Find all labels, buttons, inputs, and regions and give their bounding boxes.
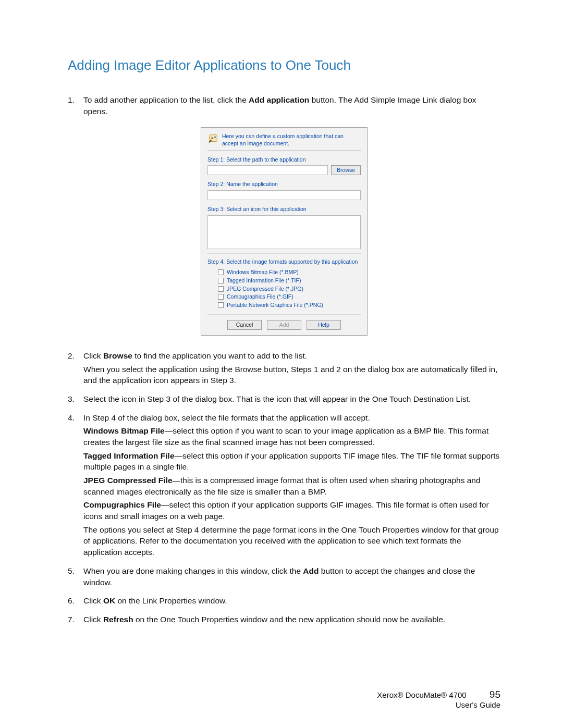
step-number: 7.	[68, 614, 83, 627]
checkbox-icon[interactable]	[218, 294, 224, 300]
format-option-bmp[interactable]: Windows Bitmap File (*.BMP)	[218, 268, 361, 276]
page-title: Adding Image Editor Applications to One …	[68, 57, 500, 73]
format-option-gif[interactable]: Compugraphics File (*.GIF)	[218, 293, 361, 301]
text: Click	[83, 351, 103, 360]
format-label: Windows Bitmap File (*.BMP)	[227, 268, 299, 276]
format-option-png[interactable]: Portable Network Graphics File (*.PNG)	[218, 301, 361, 309]
path-input[interactable]	[207, 165, 328, 175]
format-option-tif[interactable]: Tagged Information File (*.TIF)	[218, 277, 361, 285]
dialog-header: Here you can define a custom application…	[207, 133, 361, 150]
guide-name: User's Guide	[377, 700, 500, 709]
refresh-term: Refresh	[103, 615, 133, 624]
gif-term: Compugraphics File	[83, 500, 161, 509]
browse-term: Browse	[103, 351, 132, 360]
step4-label: Step 4: Select the image formats support…	[207, 258, 361, 266]
dialog-figure: Here you can define a custom application…	[68, 127, 500, 335]
step-2: 2. Click Browse to find the application …	[68, 350, 500, 388]
text: The options you select at Step 4 determi…	[83, 524, 500, 558]
page-number: 95	[489, 689, 500, 700]
text: Click	[83, 615, 103, 624]
browse-button[interactable]: Browse	[331, 165, 361, 175]
step-number: 3.	[68, 393, 83, 407]
tif-term: Tagged Information File	[83, 451, 175, 460]
checkbox-icon[interactable]	[218, 269, 224, 275]
page-footer: Xerox® DocuMate® 4700 95 User's Guide	[377, 689, 500, 709]
text: on the Link Properties window.	[115, 596, 227, 605]
text: to find the application you want to add …	[132, 351, 307, 360]
format-label: Portable Network Graphics File (*.PNG)	[227, 301, 323, 309]
ok-term: OK	[103, 596, 115, 605]
step-5: 5. When you are done making changes in t…	[68, 565, 500, 590]
painter-icon	[207, 133, 219, 144]
step-6: 6. Click OK on the Link Properties windo…	[68, 595, 500, 609]
bmp-term: Windows Bitmap File	[83, 426, 165, 435]
text: In Step 4 of the dialog box, select the …	[83, 412, 500, 424]
format-label: JPEG Compressed File (*.JPG)	[227, 285, 303, 293]
format-option-jpg[interactable]: JPEG Compressed File (*.JPG)	[218, 285, 361, 293]
step-number: 6.	[68, 595, 83, 609]
step1-label: Step 1: Select the path to the applicati…	[207, 156, 361, 164]
format-label: Compugraphics File (*.GIF)	[227, 293, 293, 301]
format-label: Tagged Information File (*.TIF)	[227, 277, 301, 285]
add-button[interactable]: Add	[267, 320, 301, 330]
product-name: Xerox® DocuMate® 4700	[377, 690, 466, 699]
text: When you are done making changes in this…	[83, 566, 303, 575]
add-term: Add	[303, 566, 319, 575]
name-input[interactable]	[207, 190, 361, 200]
jpg-term: JPEG Compressed File	[83, 476, 173, 485]
step-number: 2.	[68, 350, 83, 388]
add-application-term: Add application	[249, 95, 309, 104]
step-number: 4.	[68, 412, 83, 560]
step-4: 4. In Step 4 of the dialog box, select t…	[68, 412, 500, 560]
text: To add another application to the list, …	[83, 95, 249, 104]
text: on the One Touch Properties window and t…	[133, 615, 446, 624]
checkbox-icon[interactable]	[218, 286, 224, 292]
step-1: 1. To add another application to the lis…	[68, 94, 500, 119]
cancel-button[interactable]: Cancel	[227, 320, 262, 330]
text: When you select the application using th…	[83, 364, 500, 386]
checkbox-icon[interactable]	[218, 302, 224, 308]
step-3: 3. Select the icon in Step 3 of the dial…	[68, 393, 500, 407]
step3-label: Step 3: Select an icon for this applicat…	[207, 205, 361, 213]
step2-label: Step 2: Name the application	[207, 180, 361, 188]
step-7: 7. Click Refresh on the One Touch Proper…	[68, 614, 500, 627]
svg-point-1	[211, 137, 213, 139]
step-number: 5.	[68, 565, 83, 590]
help-button[interactable]: Help	[307, 320, 341, 330]
icon-select-box[interactable]	[207, 215, 361, 249]
checkbox-icon[interactable]	[218, 278, 224, 283]
add-image-link-dialog: Here you can define a custom application…	[201, 127, 368, 335]
text: Click	[83, 596, 103, 605]
step-number: 1.	[68, 94, 83, 119]
text: Select the icon in Step 3 of the dialog …	[83, 393, 500, 405]
dialog-header-text: Here you can define a custom application…	[222, 133, 361, 146]
svg-point-2	[214, 137, 216, 138]
